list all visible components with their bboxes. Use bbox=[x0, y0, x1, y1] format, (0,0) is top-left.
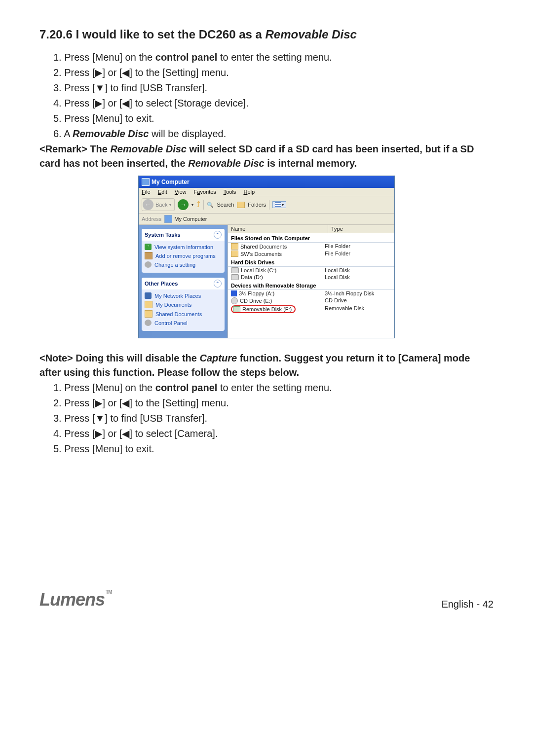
item-label: My Network Places bbox=[154, 293, 201, 299]
section-heading: 7.20.6 I would like to set the DC260 as … bbox=[39, 28, 494, 41]
step-text: 1. Press [Menu] on the bbox=[53, 382, 155, 393]
step-text: 6. A bbox=[53, 128, 73, 139]
other-shared[interactable]: Shared Documents bbox=[144, 309, 223, 319]
search-icon: 🔍 bbox=[207, 202, 214, 208]
group-removable: Devices with Removable Storage bbox=[228, 281, 394, 290]
step: 2. Press [▶] or [◀] to the [Setting] men… bbox=[53, 66, 494, 80]
menu-help[interactable]: Help bbox=[243, 189, 255, 195]
menu-bar: File Edit View Favorites Tools Help bbox=[139, 188, 394, 196]
dropdown-icon: ▾ bbox=[282, 203, 284, 207]
item-label: Control Panel bbox=[154, 320, 188, 326]
item-label: View system information bbox=[154, 244, 213, 250]
step: 1. Press [Menu] on the control panel to … bbox=[53, 381, 494, 395]
address-value: My Computer bbox=[174, 216, 207, 222]
removable-disk-icon bbox=[233, 306, 240, 312]
collapse-icon[interactable]: ⌃ bbox=[214, 280, 222, 288]
item-type: Local Disk bbox=[325, 267, 391, 273]
other-network[interactable]: My Network Places bbox=[144, 291, 223, 300]
my-computer-icon bbox=[142, 178, 150, 186]
back-button[interactable]: ← Back ▾ bbox=[142, 198, 175, 211]
toolbar: ← Back ▾ → ▾ ⤴ 🔍 Search Folders ▾ bbox=[139, 196, 394, 214]
search-button[interactable]: Search bbox=[217, 202, 234, 208]
folder-icon bbox=[145, 301, 152, 308]
list-item-removable-highlight[interactable]: Removable Disk (F:) Removable Disk bbox=[228, 305, 394, 314]
info-icon bbox=[145, 244, 152, 250]
menu-view[interactable]: View bbox=[175, 189, 187, 195]
cd-icon bbox=[231, 297, 238, 304]
remark-italic: Removable Disc bbox=[188, 158, 265, 169]
item-name: CD Drive (E:) bbox=[240, 298, 272, 304]
views-button[interactable]: ▾ bbox=[272, 201, 286, 208]
item-type: File Folder bbox=[325, 243, 391, 250]
panel-header[interactable]: System Tasks ⌃ bbox=[142, 229, 225, 241]
step-bold: control panel bbox=[155, 52, 218, 63]
gear-icon bbox=[145, 320, 152, 326]
remark-text: is internal memory. bbox=[265, 158, 357, 169]
menu-tools[interactable]: Tools bbox=[224, 189, 236, 195]
step: 6. A Removable Disc will be displayed. bbox=[53, 127, 494, 141]
col-name[interactable]: Name bbox=[228, 225, 328, 233]
group-files-stored: Files Stored on This Computer bbox=[228, 233, 394, 243]
step: 5. Press [Menu] to exit. bbox=[53, 442, 494, 456]
other-mydocs[interactable]: My Documents bbox=[144, 300, 223, 309]
disk-icon bbox=[231, 267, 239, 273]
menu-file[interactable]: File bbox=[142, 189, 151, 195]
up-folder-button[interactable]: ⤴ bbox=[196, 200, 200, 209]
highlight-circle: Removable Disk (F:) bbox=[231, 305, 296, 313]
dropdown-icon: ▾ bbox=[169, 203, 171, 207]
my-computer-window: My Computer File Edit View Favorites Too… bbox=[138, 176, 395, 338]
step: 1. Press [Menu] on the control panel to … bbox=[53, 50, 494, 65]
file-list-pane: Name Type Files Stored on This Computer … bbox=[228, 225, 394, 338]
task-add-remove[interactable]: Add or remove programs bbox=[144, 251, 223, 260]
step-bold-italic: Removable Disc bbox=[73, 128, 149, 139]
gear-icon bbox=[145, 261, 152, 268]
item-name: SW's Documents bbox=[240, 251, 282, 257]
column-headers: Name Type bbox=[228, 225, 394, 233]
forward-icon: → bbox=[178, 199, 189, 210]
system-tasks-panel: System Tasks ⌃ View system information A… bbox=[142, 229, 225, 273]
heading-number: 7.20.6 bbox=[39, 28, 73, 41]
item-label: Shared Documents bbox=[155, 311, 202, 317]
dropdown-icon[interactable]: ▾ bbox=[191, 203, 193, 207]
step: 4. Press [▶] or [◀] to select [Camera]. bbox=[53, 427, 494, 441]
list-item[interactable]: Data (D:)Local Disk bbox=[228, 274, 394, 281]
item-label: Change a setting bbox=[154, 262, 195, 268]
address-value-box[interactable]: My Computer bbox=[164, 215, 207, 223]
note-text: <Note> Doing this will disable the bbox=[39, 353, 200, 363]
task-change-setting[interactable]: Change a setting bbox=[144, 260, 223, 269]
step: 4. Press [▶] or [◀] to select [Storage d… bbox=[53, 96, 494, 110]
trademark-symbol: TM bbox=[106, 589, 112, 595]
page-footer: LumensTM English - 42 bbox=[39, 589, 494, 610]
list-item[interactable]: 3½ Floppy (A:)3½-Inch Floppy Disk bbox=[228, 290, 394, 297]
list-item[interactable]: Local Disk (C:)Local Disk bbox=[228, 267, 394, 274]
panel-title: System Tasks bbox=[145, 232, 181, 238]
other-control-panel[interactable]: Control Panel bbox=[144, 319, 223, 327]
sidebar: System Tasks ⌃ View system information A… bbox=[139, 225, 228, 338]
task-view-info[interactable]: View system information bbox=[144, 243, 223, 251]
address-label: Address bbox=[142, 216, 161, 222]
item-name: Data (D:) bbox=[241, 274, 263, 280]
remark-italic: Removable Disc bbox=[110, 144, 187, 154]
item-name: 3½ Floppy (A:) bbox=[239, 290, 274, 296]
split-pane: System Tasks ⌃ View system information A… bbox=[139, 225, 394, 338]
folders-button[interactable]: Folders bbox=[248, 202, 266, 208]
panel-header[interactable]: Other Places ⌃ bbox=[142, 278, 225, 289]
list-item[interactable]: CD Drive (E:)CD Drive bbox=[228, 297, 394, 305]
list-item[interactable]: Shared DocumentsFile Folder bbox=[228, 243, 394, 250]
floppy-icon bbox=[231, 290, 237, 296]
item-type: File Folder bbox=[325, 251, 391, 257]
list-item[interactable]: SW's DocumentsFile Folder bbox=[228, 250, 394, 257]
step-text: 1. Press [Menu] on the bbox=[53, 52, 155, 63]
menu-favorites[interactable]: Favorites bbox=[194, 189, 216, 195]
collapse-icon[interactable]: ⌃ bbox=[214, 231, 222, 239]
folder-icon bbox=[231, 243, 238, 250]
forward-button[interactable]: → bbox=[178, 199, 189, 210]
box-icon bbox=[145, 252, 152, 259]
panel-items: My Network Places My Documents Shared Do… bbox=[142, 289, 225, 331]
disk-icon bbox=[231, 274, 239, 280]
col-type[interactable]: Type bbox=[328, 225, 394, 233]
window-title: My Computer bbox=[152, 179, 190, 185]
step-text: to enter the setting menu. bbox=[217, 382, 332, 393]
menu-edit[interactable]: Edit bbox=[158, 189, 167, 195]
heading-italic: Removable Disc bbox=[266, 28, 357, 41]
